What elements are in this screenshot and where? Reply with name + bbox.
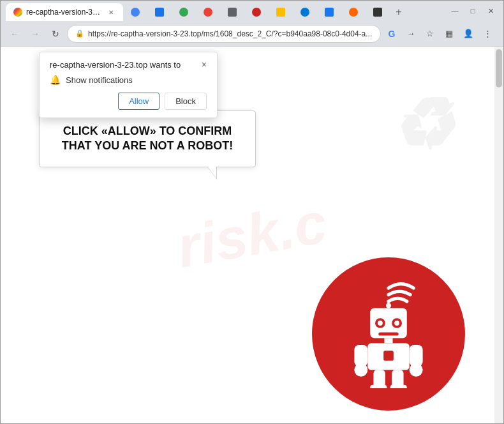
svg-point-4 [378,321,383,326]
active-tab[interactable]: re-captha-version-3-23.top ✕ [6,3,123,21]
inactive-tab-11[interactable] [366,3,390,21]
url-bar[interactable]: 🔒 https://re-captha-version-3-23.top/ms/… [67,25,381,43]
address-icons: G → ☆ ▦ 👤 ⋮ [383,26,496,42]
notification-row: 🔔 Show notifications [50,75,207,85]
inactive-tab-10[interactable] [341,3,366,21]
bookmark-icon[interactable]: ☆ [422,26,438,42]
title-bar: re-captha-version-3-23.top ✕ [1,1,503,21]
url-text: https://re-captha-version-3-23.top/ms/16… [88,29,373,38]
close-button[interactable]: ✕ [483,3,498,19]
maximize-button[interactable]: □ [465,3,480,19]
window-controls: — □ ✕ [447,3,498,19]
profile-icon[interactable]: 👤 [460,26,477,42]
tab-favicon-12 [373,8,382,17]
notification-popup: re-captha-version-3-23.top wants to × 🔔 … [39,52,218,118]
svg-rect-17 [390,385,407,388]
tab-title: re-captha-version-3-23.top [26,8,103,17]
inactive-tab-7[interactable] [269,3,293,21]
sidebar-icon[interactable]: ▦ [441,26,457,42]
tab-favicon-7 [252,8,261,17]
popup-buttons: Allow Block [50,93,207,110]
tab-favicon-2 [131,8,140,17]
watermark-text: risk.c [172,190,332,280]
minimize-button[interactable]: — [447,3,463,19]
notification-text: Show notifications [66,75,133,85]
scrollbar[interactable] [494,47,503,423]
menu-icon[interactable]: ⋮ [479,26,496,42]
svg-rect-6 [378,332,398,335]
popup-close-button[interactable]: × [202,60,207,69]
allow-button[interactable]: Allow [118,93,159,110]
robot-circle [312,257,465,411]
tab-bar: re-captha-version-3-23.top ✕ [6,1,408,21]
tab-favicon-4 [179,8,188,17]
watermark-logo: ♻ [390,84,453,166]
back-button[interactable]: ← [6,25,24,43]
tab-favicon-10 [325,8,334,17]
browser-content: risk.c ♻ re-captha-version-3-23.top want… [1,47,503,423]
bell-icon: 🔔 [50,75,61,85]
inactive-tab-5[interactable] [220,3,244,21]
inactive-tab-8[interactable] [293,3,317,21]
inactive-tab-1[interactable] [123,3,147,21]
svg-rect-9 [383,351,394,361]
block-button[interactable]: Block [165,93,207,110]
svg-point-13 [410,363,423,377]
svg-rect-7 [384,338,392,344]
browser-window: re-captha-version-3-23.top ✕ [0,0,504,424]
svg-point-5 [394,321,399,326]
inactive-tab-9[interactable] [317,3,341,21]
google-icon[interactable]: G [383,26,400,42]
tab-favicon [13,8,22,17]
inactive-tab-4[interactable] [196,3,220,21]
tab-favicon-5 [204,8,212,17]
speech-bubble: CLICK «ALLOW» TO CONFIRM THAT YOU ARE NO… [39,110,256,167]
page-content: risk.c ♻ re-captha-version-3-23.top want… [1,47,503,423]
bubble-text: CLICK «ALLOW» TO CONFIRM THAT YOU ARE NO… [55,124,240,154]
svg-point-0 [386,303,391,308]
robot-icon [344,280,433,388]
reload-button[interactable]: ↻ [47,25,64,43]
popup-title: re-captha-version-3-23.top wants to [50,60,181,70]
inactive-tab-3[interactable] [172,3,196,21]
inactive-tab-6[interactable] [244,3,269,21]
svg-point-12 [354,363,367,377]
inactive-tab-2[interactable] [147,3,172,21]
svg-rect-16 [370,385,387,388]
tab-favicon-9 [300,8,309,17]
address-bar: ← → ↻ 🔒 https://re-captha-version-3-23.t… [1,21,503,47]
new-tab-button[interactable]: + [390,3,408,21]
tab-favicon-11 [349,8,358,17]
scrollbar-thumb[interactable] [496,49,502,87]
lock-icon: 🔒 [75,29,84,38]
tab-favicon-6 [228,8,237,17]
tab-favicon-3 [155,8,164,17]
share-icon[interactable]: → [403,26,419,42]
tab-favicon-8 [276,8,285,17]
popup-header: re-captha-version-3-23.top wants to × [50,60,207,70]
tab-close-button[interactable]: ✕ [107,8,115,17]
forward-button[interactable]: → [26,25,44,43]
